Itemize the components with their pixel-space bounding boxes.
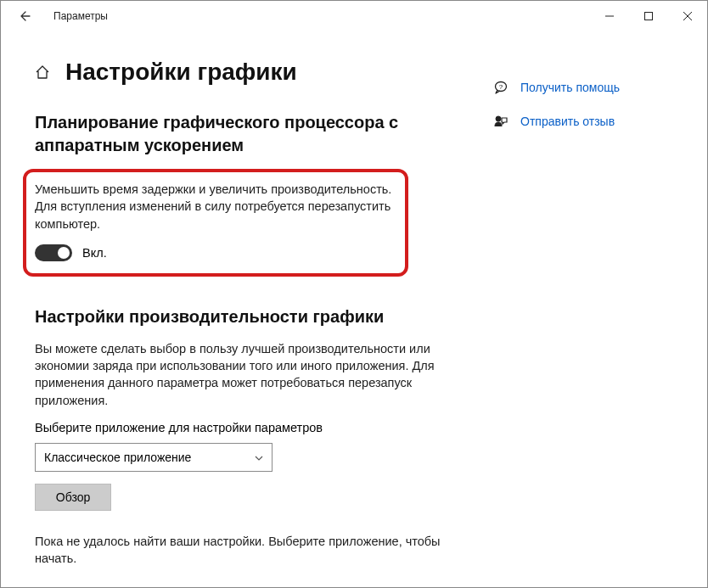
chevron-down-icon <box>255 452 263 462</box>
app-type-value: Классическое приложение <box>44 451 191 464</box>
arrow-left-icon <box>18 9 31 23</box>
gpu-scheduling-desc: Уменьшить время задержки и увеличить про… <box>35 181 393 232</box>
minimize-button[interactable] <box>590 1 629 31</box>
gpu-scheduling-title: Планирование графического процессора с а… <box>35 111 442 157</box>
svg-rect-0 <box>645 13 653 20</box>
browse-button[interactable]: Обзор <box>35 484 111 511</box>
window-title: Параметры <box>53 10 108 22</box>
app-select-label: Выберите приложение для настройки параме… <box>35 421 442 434</box>
get-help-link[interactable]: ? Получить помощь <box>493 80 680 95</box>
content-area: Настройки графики Планирование графическ… <box>1 31 707 588</box>
close-icon <box>683 12 692 20</box>
get-help-label: Получить помощь <box>520 81 620 94</box>
perf-settings-section: Настройки производительности графики Вы … <box>35 305 442 568</box>
svg-text:?: ? <box>499 83 503 91</box>
page-header: Настройки графики <box>35 59 442 86</box>
close-button[interactable] <box>668 1 707 31</box>
page-title: Настройки графики <box>65 59 297 86</box>
titlebar: Параметры <box>1 1 707 31</box>
gpu-toggle-label: Вкл. <box>82 246 107 260</box>
app-type-select[interactable]: Классическое приложение <box>35 443 273 472</box>
back-button[interactable] <box>9 1 40 31</box>
gpu-scheduling-section: Планирование графического процессора с а… <box>35 111 442 277</box>
feedback-label: Отправить отзыв <box>520 115 615 128</box>
gpu-scheduling-toggle[interactable] <box>35 244 72 261</box>
highlighted-toggle-area: Уменьшить время задержки и увеличить про… <box>23 169 408 277</box>
minimize-icon <box>605 12 614 20</box>
window-controls <box>590 1 707 31</box>
home-icon[interactable] <box>35 64 50 80</box>
perf-title: Настройки производительности графики <box>35 305 442 328</box>
maximize-button[interactable] <box>629 1 668 31</box>
side-column: ? Получить помощь Отправить отзыв <box>493 59 680 588</box>
svg-point-3 <box>496 116 501 121</box>
maximize-icon <box>644 12 653 20</box>
perf-desc: Вы можете сделать выбор в пользу лучшей … <box>35 340 442 409</box>
settings-window: Параметры Настройки графики Планирование <box>0 0 708 588</box>
feedback-icon <box>493 114 509 129</box>
feedback-link[interactable]: Отправить отзыв <box>493 114 680 129</box>
help-icon: ? <box>493 80 509 95</box>
empty-state-text: Пока не удалось найти ваши настройки. Вы… <box>35 533 442 568</box>
gpu-toggle-row: Вкл. <box>35 244 393 261</box>
main-column: Настройки графики Планирование графическ… <box>35 59 442 588</box>
